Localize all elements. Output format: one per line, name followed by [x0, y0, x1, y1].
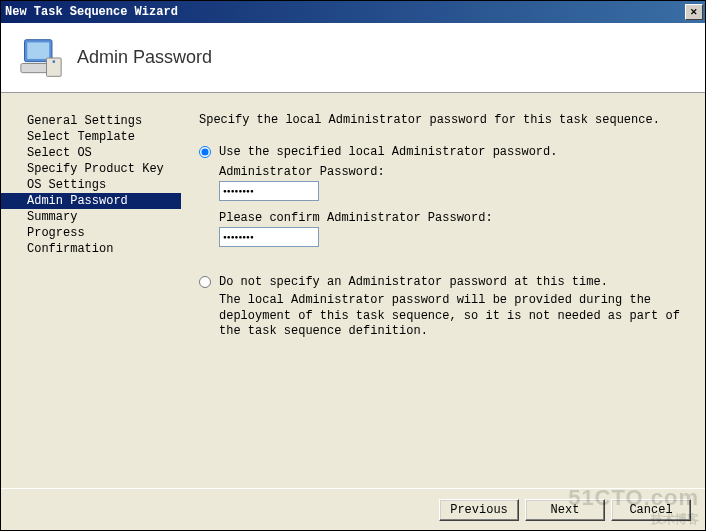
sidebar-item-specify-product-key[interactable]: Specify Product Key	[1, 161, 181, 177]
radio-do-not-specify-input[interactable]	[199, 276, 211, 288]
instruction-text: Specify the local Administrator password…	[199, 113, 687, 127]
confirm-password-block: Please confirm Administrator Password:	[219, 211, 687, 247]
do-not-specify-description: The local Administrator password will be…	[219, 293, 687, 340]
radio-do-not-specify-label: Do not specify an Administrator password…	[219, 275, 608, 289]
sidebar-item-summary[interactable]: Summary	[1, 209, 181, 225]
header: Admin Password	[1, 23, 705, 93]
sidebar-item-progress[interactable]: Progress	[1, 225, 181, 241]
sidebar-item-os-settings[interactable]: OS Settings	[1, 177, 181, 193]
footer: Previous Next Cancel	[1, 488, 705, 530]
svg-rect-1	[27, 42, 49, 58]
titlebar: New Task Sequence Wizard ✕	[1, 1, 705, 23]
sidebar-item-general-settings[interactable]: General Settings	[1, 113, 181, 129]
computer-icon	[19, 36, 63, 80]
confirm-password-label: Please confirm Administrator Password:	[219, 211, 687, 225]
sidebar: General Settings Select Template Select …	[1, 93, 181, 487]
confirm-password-input[interactable]	[219, 227, 319, 247]
radio-use-specified-input[interactable]	[199, 146, 211, 158]
radio-use-specified[interactable]: Use the specified local Administrator pa…	[199, 145, 687, 159]
page-title: Admin Password	[77, 47, 212, 68]
sidebar-item-select-os[interactable]: Select OS	[1, 145, 181, 161]
cancel-button[interactable]: Cancel	[611, 499, 691, 521]
radio-do-not-specify[interactable]: Do not specify an Administrator password…	[199, 275, 687, 289]
sidebar-item-confirmation[interactable]: Confirmation	[1, 241, 181, 257]
sidebar-item-admin-password[interactable]: Admin Password	[1, 193, 181, 209]
sidebar-item-select-template[interactable]: Select Template	[1, 129, 181, 145]
close-button[interactable]: ✕	[685, 4, 703, 20]
password-block: Administrator Password:	[219, 165, 687, 201]
window-title: New Task Sequence Wizard	[5, 5, 683, 19]
wizard-window: New Task Sequence Wizard ✕ Admin Passwor…	[0, 0, 706, 531]
password-label: Administrator Password:	[219, 165, 687, 179]
next-button[interactable]: Next	[525, 499, 605, 521]
body: General Settings Select Template Select …	[1, 93, 705, 487]
radio-use-specified-label: Use the specified local Administrator pa…	[219, 145, 557, 159]
password-input[interactable]	[219, 181, 319, 201]
previous-button[interactable]: Previous	[439, 499, 519, 521]
main-panel: Specify the local Administrator password…	[181, 93, 705, 487]
svg-point-4	[52, 60, 55, 63]
